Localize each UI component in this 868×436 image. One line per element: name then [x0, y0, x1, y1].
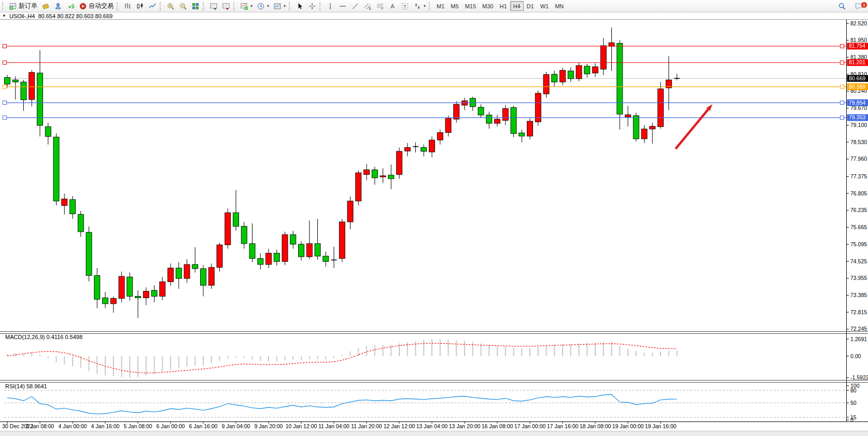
- cursor-button[interactable]: [293, 1, 306, 11]
- trend-arrow-annotation[interactable]: [676, 109, 708, 149]
- candle: [315, 244, 320, 256]
- price-tick-label[interactable]: 81.950: [850, 37, 867, 43]
- time-tick-label[interactable]: 6 Jan 00:00: [157, 423, 185, 429]
- time-tick-label[interactable]: 9 Jan 20:00: [255, 423, 283, 429]
- time-tick-label[interactable]: 4 Jan 00:00: [59, 423, 87, 429]
- candle: [45, 126, 51, 136]
- new-order-button[interactable]: 新订单: [7, 1, 39, 11]
- candle: [151, 290, 157, 296]
- line-chart-button[interactable]: [146, 1, 159, 11]
- price-tick-label[interactable]: 75.095: [850, 241, 867, 247]
- time-tick-label[interactable]: 5 Jan 08:00: [124, 423, 152, 429]
- bar-chart-button[interactable]: [121, 1, 134, 11]
- text-label-button[interactable]: T: [399, 1, 411, 11]
- candle: [21, 82, 26, 100]
- trendline-button[interactable]: [349, 1, 361, 11]
- candle: [258, 259, 263, 264]
- line-handle-right[interactable]: [841, 101, 844, 105]
- candle: [552, 74, 557, 82]
- chart-menu-triangle-icon[interactable]: ▼: [2, 13, 6, 18]
- line-handle-right[interactable]: [841, 85, 844, 89]
- price-tick-label[interactable]: 74.525: [850, 258, 867, 264]
- arrows-button[interactable]: ▾: [411, 1, 428, 11]
- line-handle-left[interactable]: [3, 85, 7, 89]
- price-tick-label[interactable]: 73.385: [850, 292, 867, 298]
- indicators-button[interactable]: ▾: [238, 1, 255, 11]
- line-handle-left[interactable]: [3, 44, 7, 48]
- candle: [168, 268, 174, 282]
- periods-button[interactable]: ▾: [255, 1, 271, 11]
- time-tick-label[interactable]: 13 Jan 20:00: [449, 423, 481, 429]
- time-tick-label[interactable]: 17 Jan 00:00: [514, 423, 546, 429]
- timeframe-m5-button[interactable]: M5: [447, 1, 461, 11]
- search-button[interactable]: [836, 1, 848, 12]
- price-tick-label[interactable]: 79.100: [850, 122, 867, 128]
- timeframe-m30-button[interactable]: M30: [479, 1, 496, 11]
- price-tick-label[interactable]: 73.955: [850, 275, 867, 281]
- chart-shift-button[interactable]: [220, 1, 232, 11]
- crosshair-button[interactable]: [306, 1, 318, 11]
- time-tick-label[interactable]: 17 Jan 16:00: [547, 423, 579, 429]
- time-tick-label[interactable]: 12 Jan 12:00: [384, 423, 415, 429]
- timeframe-mn-button[interactable]: MN: [552, 1, 567, 11]
- styler-button[interactable]: [39, 1, 52, 11]
- timeframe-m1-button[interactable]: M1: [433, 1, 447, 11]
- time-tick-label[interactable]: 13 Jan 04:00: [416, 423, 448, 429]
- price-tick-label[interactable]: 76.805: [850, 190, 867, 196]
- line-handle-left[interactable]: [3, 101, 7, 105]
- candle: [364, 170, 370, 175]
- community-button[interactable]: [52, 1, 64, 11]
- timeframe-m15-button[interactable]: M15: [462, 1, 479, 11]
- price-tick-label[interactable]: 72.245: [850, 326, 867, 332]
- equidistant-channel-button[interactable]: E: [361, 1, 374, 11]
- notifications-button[interactable]: 1: [852, 1, 865, 12]
- price-tick-label[interactable]: 77.960: [850, 156, 867, 162]
- time-tick-label[interactable]: 16 Jan 08:00: [482, 423, 513, 429]
- line-handle-left[interactable]: [3, 61, 7, 64]
- vertical-line-button[interactable]: [324, 1, 337, 11]
- line-handle-right[interactable]: [841, 116, 844, 119]
- candle: [208, 268, 214, 285]
- timeframe-h4-button[interactable]: H4: [510, 1, 524, 11]
- timeframe-h1-button[interactable]: H1: [496, 1, 510, 11]
- price-level-badge-text: 81.754: [849, 43, 865, 49]
- price-tick-label[interactable]: 77.375: [850, 173, 867, 179]
- new-order-icon: [9, 2, 17, 10]
- price-tick-label[interactable]: 76.235: [850, 207, 867, 213]
- time-tick-label[interactable]: 19 Jan 00:00: [612, 423, 644, 429]
- line-handle-right[interactable]: [841, 61, 844, 64]
- time-tick-label[interactable]: 19 Jan 16:00: [645, 423, 677, 429]
- text-button[interactable]: A: [386, 1, 399, 11]
- price-level-badge-text: 80.669: [849, 75, 865, 81]
- time-tick-label[interactable]: 4 Jan 16:00: [91, 423, 120, 429]
- auto-scroll-button[interactable]: [207, 1, 220, 11]
- clock-icon: [257, 2, 265, 10]
- zoom-out-button[interactable]: [177, 1, 189, 11]
- horizontal-line-button[interactable]: [337, 1, 349, 11]
- price-tick-label[interactable]: 78.530: [850, 139, 867, 145]
- timeframe-w1-button[interactable]: W1: [537, 1, 552, 11]
- price-tick-label[interactable]: 82.520: [850, 20, 867, 26]
- candle: [560, 71, 566, 82]
- fibonacci-button[interactable]: F: [374, 1, 386, 11]
- time-tick-label[interactable]: 3 Jan 08:00: [26, 423, 54, 429]
- tile-windows-button[interactable]: [189, 1, 202, 11]
- chart-canvas[interactable]: 82.52081.95081.38080.81080.24079.67079.1…: [0, 0, 868, 436]
- templates-button[interactable]: ▾: [271, 1, 288, 11]
- price-tick-label[interactable]: 72.815: [850, 309, 867, 315]
- price-tick-label[interactable]: 75.665: [850, 224, 867, 230]
- line-handle-right[interactable]: [841, 44, 844, 48]
- time-tick-label[interactable]: 10 Jan 12:00: [286, 423, 317, 429]
- line-handle-left[interactable]: [3, 116, 7, 119]
- time-tick-label[interactable]: 18 Jan 08:00: [580, 423, 611, 429]
- autotrading-button[interactable]: 自动交易: [77, 1, 116, 11]
- candle: [119, 276, 124, 298]
- time-tick-label[interactable]: 11 Jan 20:00: [351, 423, 382, 429]
- time-tick-label[interactable]: 9 Jan 04:00: [222, 423, 250, 429]
- candlestick-chart-button[interactable]: [134, 1, 146, 11]
- zoom-in-button[interactable]: [164, 1, 177, 11]
- time-tick-label[interactable]: 6 Jan 16:00: [189, 423, 218, 429]
- news-signal-button[interactable]: [64, 1, 77, 11]
- time-tick-label[interactable]: 11 Jan 04:00: [318, 423, 349, 429]
- timeframe-d1-button[interactable]: D1: [524, 1, 537, 11]
